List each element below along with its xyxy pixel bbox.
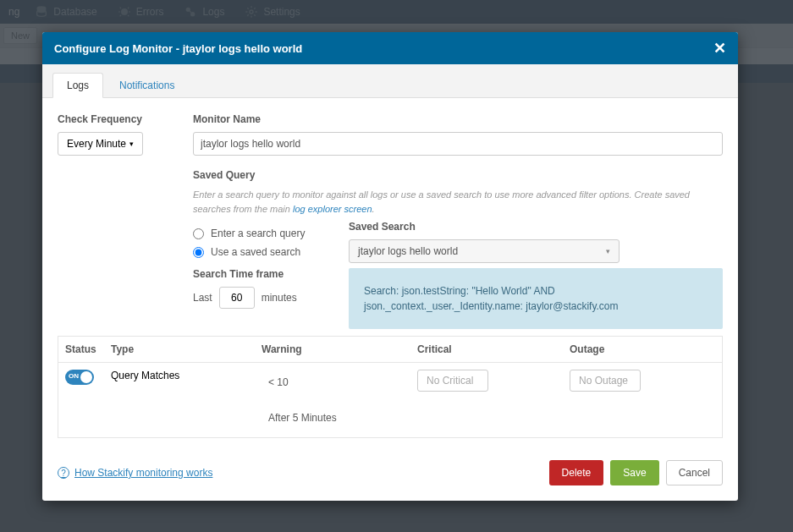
form-area: Check Frequency Every Minute ▾ Monitor N… (42, 98, 738, 336)
toggle-knob (80, 371, 92, 383)
modal-body: Logs Notifications Check Frequency Every… (42, 64, 738, 501)
leftcol: Check Frequency Every Minute ▾ (58, 113, 193, 329)
saved-search-value: jtaylor logs hello world (358, 245, 458, 257)
warning-value: < 10 (262, 370, 404, 395)
log-explorer-link[interactable]: log explorer screen (293, 204, 372, 214)
radio-saved-search[interactable]: Use a saved search (193, 246, 349, 258)
th-status: Status (58, 337, 104, 362)
saved-search-label: Saved Search (349, 221, 723, 233)
caret-down-icon: ▾ (606, 247, 610, 255)
saved-search-select[interactable]: jtaylor logs hello world ▾ (349, 239, 620, 263)
timeframe-label: Search Time frame (193, 268, 349, 280)
row-type: Query Matches (104, 363, 255, 388)
radio-saved-input[interactable] (193, 247, 204, 258)
help-label: How Stackify monitoring works (74, 467, 212, 479)
toggle-label: ON (69, 372, 79, 380)
monitor-name-input[interactable] (193, 132, 723, 156)
modal-title: Configure Log Monitor - jtaylor logs hel… (54, 42, 302, 55)
th-critical: Critical (410, 337, 563, 362)
table-header: Status Type Warning Critical Outage (58, 336, 722, 363)
radio-enter-input[interactable] (193, 228, 204, 239)
tab-logs[interactable]: Logs (52, 73, 103, 98)
thresholds-table: Status Type Warning Critical Outage ON Q… (58, 336, 723, 438)
radio-saved-label: Use a saved search (211, 246, 300, 258)
table-row: ON Query Matches < 10 After 5 Minutes No… (58, 363, 722, 437)
tabbar: Logs Notifications (42, 64, 738, 98)
th-warning: Warning (255, 337, 410, 362)
cancel-button[interactable]: Cancel (666, 460, 723, 485)
timeframe-suffix: minutes (262, 292, 297, 304)
help-icon: ? (58, 467, 69, 479)
rightcol: Monitor Name Saved Query Enter a search … (193, 113, 723, 329)
radio-enter-label: Enter a search query (211, 228, 305, 239)
monitor-name-label: Monitor Name (193, 113, 723, 125)
saved-query-section: Saved Query Enter a search query to moni… (193, 169, 723, 263)
check-frequency-dropdown[interactable]: Every Minute ▾ (58, 132, 143, 156)
modal: Configure Log Monitor - jtaylor logs hel… (42, 32, 738, 501)
close-icon[interactable]: ✕ (713, 39, 726, 58)
tab-notifications[interactable]: Notifications (105, 73, 189, 97)
help-link[interactable]: ? How Stackify monitoring works (58, 467, 212, 479)
radio-enter-query[interactable]: Enter a search query (193, 228, 349, 239)
save-button[interactable]: Save (610, 460, 658, 485)
timeframe-prefix: Last (193, 292, 212, 304)
warning-after: After 5 Minutes (262, 405, 404, 431)
status-toggle[interactable]: ON (65, 370, 94, 385)
query-preview: Search: json.testString: "Hello World" A… (349, 268, 723, 329)
delete-button[interactable]: Delete (549, 460, 604, 485)
th-outage: Outage (563, 337, 715, 362)
critical-input[interactable]: No Critical (417, 370, 488, 392)
timeframe-section: Search Time frame Last minutes Search: j… (193, 268, 723, 329)
outage-input[interactable]: No Outage (570, 370, 641, 392)
caret-down-icon: ▾ (129, 140, 134, 148)
modal-header: Configure Log Monitor - jtaylor logs hel… (42, 32, 738, 64)
check-frequency-value: Every Minute (67, 138, 126, 150)
check-frequency-label: Check Frequency (58, 113, 193, 125)
timeframe-input[interactable] (219, 287, 255, 309)
modal-footer: ? How Stackify monitoring works Delete S… (42, 452, 738, 501)
th-type: Type (104, 337, 255, 362)
saved-query-label: Saved Query (193, 169, 723, 181)
saved-query-hint: Enter a search query to monitor against … (193, 188, 723, 216)
